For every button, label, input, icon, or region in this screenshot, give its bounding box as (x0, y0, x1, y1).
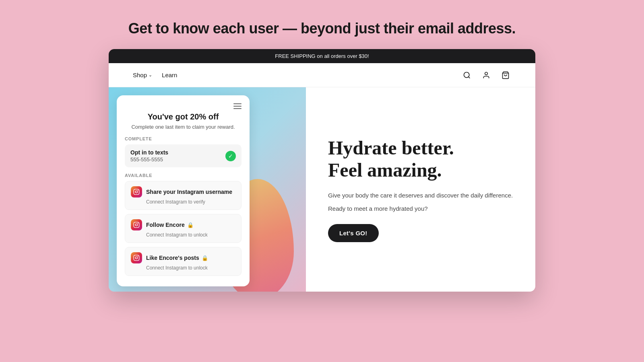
announcement-bar: FREE SHIPPING on all orders over $30! (109, 49, 535, 63)
available-item-title-1: Share your Instagram username (146, 189, 232, 195)
available-item-title-3: Like Encore's posts 🔒 (146, 255, 208, 261)
right-panel: Hydrate better. Feel amazing. Give your … (306, 87, 535, 292)
svg-point-5 (135, 191, 137, 193)
available-item-header-1: Share your Instagram username (131, 186, 235, 197)
widget-subtitle: Complete one last item to claim your rew… (125, 124, 242, 130)
available-item-like-encore[interactable]: Like Encore's posts 🔒 Connect Instagram … (125, 247, 242, 276)
navbar: Shop ⌄ Learn (109, 63, 535, 87)
svg-point-9 (138, 223, 138, 224)
hero-description: Give your body the care it deserves and … (328, 191, 513, 200)
available-item-desc-1: Connect Instagram to verify (146, 199, 235, 205)
hero-title: Hydrate better. Feel amazing. (328, 137, 513, 181)
browser-window: FREE SHIPPING on all orders over $30! Sh… (109, 49, 535, 292)
instagram-icon-2 (131, 219, 142, 230)
check-icon: ✓ (225, 151, 236, 161)
nav-learn[interactable]: Learn (162, 72, 177, 78)
hero-cta-text: Ready to meet a more hydrated you? (328, 205, 513, 212)
available-item-follow-encore[interactable]: Follow Encore 🔒 Connect Instagram to unl… (125, 214, 242, 243)
svg-rect-10 (134, 255, 139, 260)
loyalty-widget: You've got 20% off Complete one last ite… (117, 95, 250, 286)
page-headline: Get to know each user — beyond just thei… (128, 20, 516, 37)
instagram-icon-3 (131, 252, 142, 263)
available-item-title-2: Follow Encore 🔒 (146, 222, 194, 228)
svg-point-0 (464, 72, 469, 77)
available-item-header-3: Like Encore's posts 🔒 (131, 252, 235, 263)
nav-icons (461, 70, 511, 81)
cta-button[interactable]: Let's GO! (328, 224, 379, 242)
complete-section-label: COMPLETE (125, 136, 242, 141)
nav-left: Shop ⌄ Learn (133, 72, 177, 78)
nav-shop[interactable]: Shop ⌄ (133, 72, 152, 78)
instagram-icon-1 (131, 186, 142, 197)
widget-title: You've got 20% off (125, 112, 242, 121)
lock-icon-2: 🔒 (202, 255, 208, 261)
svg-point-2 (485, 72, 488, 75)
hero-title-line1: Hydrate better. (328, 137, 454, 158)
available-item-instagram-share[interactable]: Share your Instagram username Connect In… (125, 181, 242, 210)
widget-menu[interactable] (125, 103, 242, 109)
svg-point-8 (135, 224, 137, 226)
svg-point-12 (138, 256, 138, 257)
chevron-down-icon: ⌄ (149, 72, 152, 78)
cart-button[interactable] (500, 70, 511, 81)
available-item-desc-2: Connect Instagram to unlock (146, 232, 235, 238)
complete-item-title: Opt in to texts (130, 149, 168, 156)
hamburger-icon[interactable] (233, 103, 242, 109)
lock-icon-1: 🔒 (187, 222, 194, 228)
svg-rect-7 (134, 222, 139, 227)
left-panel: You've got 20% off Complete one last ite… (109, 87, 306, 292)
available-item-header-2: Follow Encore 🔒 (131, 219, 235, 230)
svg-rect-4 (134, 189, 139, 194)
available-item-desc-3: Connect Instagram to unlock (146, 265, 235, 271)
nav-learn-label: Learn (162, 72, 177, 78)
main-content: You've got 20% off Complete one last ite… (109, 87, 535, 292)
complete-item-texts: Opt in to texts 555-555-5555 ✓ (125, 144, 242, 167)
complete-item-text: Opt in to texts 555-555-5555 (130, 149, 168, 162)
account-button[interactable] (481, 70, 492, 81)
available-section-label: AVAILABLE (125, 173, 242, 178)
svg-point-11 (135, 257, 137, 259)
search-button[interactable] (461, 70, 473, 81)
svg-point-6 (138, 190, 138, 191)
complete-item-value: 555-555-5555 (130, 156, 168, 162)
svg-line-1 (469, 76, 470, 78)
hero-title-line2: Feel amazing. (328, 159, 442, 181)
announcement-text: FREE SHIPPING on all orders over $30! (275, 53, 369, 59)
nav-shop-label: Shop (133, 72, 147, 78)
